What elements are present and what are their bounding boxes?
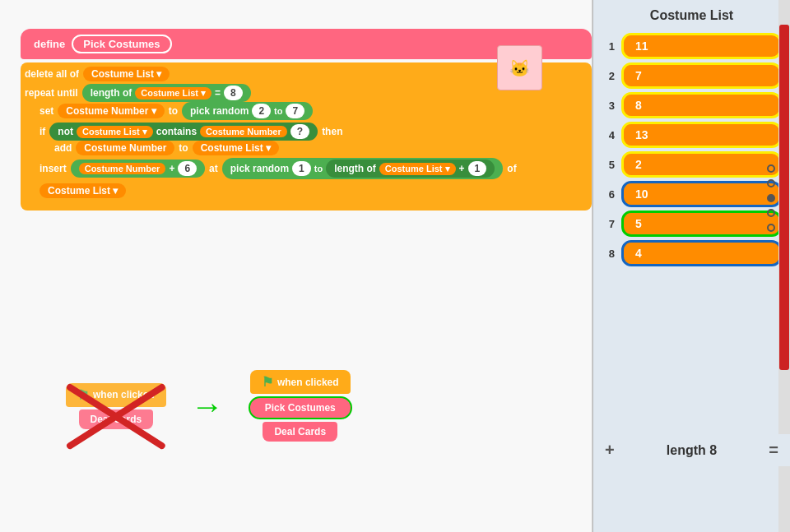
costume-num-3: 3	[602, 99, 615, 112]
costume-num-5: 5	[602, 159, 615, 171]
costume-num-1: 1	[602, 40, 615, 53]
costume-list-dropdown-2[interactable]: Costume List ▾	[135, 87, 211, 99]
pick-random-block[interactable]: pick random 2 to 7	[182, 102, 313, 120]
if-block: if not Costume List ▾ contains Costume N…	[40, 123, 588, 155]
insert-row: insert Costume Number + 6 at pick random	[40, 158, 588, 198]
pick-costumes-block[interactable]: Pick Costumes	[249, 396, 352, 419]
costume-num-6: 6	[602, 188, 615, 201]
costume-value-1[interactable]: 11	[621, 33, 782, 59]
set-row: set Costume Number ▾ to pick random 2 to…	[40, 102, 588, 120]
deal-cards-block-right: Deal Cards	[263, 422, 337, 442]
scrollbar-thumb[interactable]	[779, 25, 789, 370]
costume-item-3: 38	[602, 92, 782, 118]
sprite-thumbnail: 🐱	[497, 45, 542, 90]
costume-item-2: 27	[602, 62, 782, 89]
pick-random-2[interactable]: pick random 1 to length of Costume List …	[222, 158, 504, 179]
costume-value-7[interactable]: 5	[621, 210, 782, 237]
costume-value-5[interactable]: 2	[621, 151, 782, 178]
costume-list-dropdown-1[interactable]: Costume List ▾	[83, 67, 170, 81]
crossed-block: ⚑ when clicked Deal Cards	[66, 383, 166, 429]
costume-num-8: 8	[602, 247, 615, 260]
dot-2	[767, 179, 775, 187]
length-display: length 8	[621, 443, 763, 458]
costume-num-2: 2	[602, 70, 615, 82]
costume-value-4[interactable]: 13	[621, 122, 782, 148]
costume-value-2[interactable]: 7	[621, 62, 782, 89]
costume-item-6: 610	[602, 181, 782, 207]
add-item-button[interactable]: +	[605, 441, 615, 460]
deal-cards-block-crossed: Deal Cards	[79, 409, 154, 429]
not-contains-condition[interactable]: not Costume List ▾ contains Costume Numb…	[49, 123, 318, 141]
costume-list: 1112738413526107584	[593, 30, 790, 270]
costume-item-1: 111	[602, 33, 782, 59]
length-condition[interactable]: length of Costume List ▾ = 8	[82, 84, 251, 102]
bottom-section: ⚑ when clicked Deal Cards → ⚑ when click…	[66, 370, 352, 442]
costume-list-dropdown-4[interactable]: Costume List ▾	[193, 141, 279, 155]
flag-icon-crossed: ⚑	[77, 387, 89, 403]
costume-item-8: 84	[602, 240, 782, 266]
costume-list-dropdown-5[interactable]: Costume List ▾	[40, 183, 126, 198]
costume-item-4: 413	[602, 122, 782, 148]
dot-3	[767, 194, 775, 202]
costume-panel-title: Costume List	[593, 0, 790, 30]
custom-block-name[interactable]: Pick Costumes	[72, 35, 171, 53]
dots-area	[767, 164, 775, 232]
when-clicked-crossed: ⚑ when clicked	[66, 383, 166, 407]
costume-num-4: 4	[602, 129, 615, 141]
val-8[interactable]: 8	[224, 86, 243, 100]
costume-panel-bottom: + length 8 =	[593, 434, 790, 466]
costume-item-7: 75	[602, 210, 782, 237]
repeat-block: repeat until length of Costume List ▾ = …	[25, 84, 588, 206]
define-label: define	[34, 38, 65, 50]
if-body: add Costume Number to Costume List ▾	[54, 141, 588, 155]
canvas-area: define Pick Costumes delete all of Costu…	[0, 0, 592, 532]
when-clicked-label-right: when clicked	[277, 377, 339, 388]
dot-5	[767, 224, 775, 232]
insert-value[interactable]: Costume Number + 6	[71, 160, 205, 178]
costume-number-dropdown-2[interactable]: Costume Number	[200, 126, 287, 137]
costume-panel: Costume List 1112738413526107584 + lengt…	[592, 0, 790, 532]
right-block: ⚑ when clicked Pick Costumes Deal Cards	[249, 370, 352, 442]
repeat-body: set Costume Number ▾ to pick random 2 to…	[40, 102, 588, 198]
costume-number-add[interactable]: Costume Number	[76, 141, 174, 155]
dot-1	[767, 164, 775, 173]
dot-4	[767, 209, 775, 217]
when-clicked-label-crossed: when clicked	[93, 389, 155, 400]
equals-display: =	[769, 441, 778, 460]
delete-label: delete all of	[25, 68, 79, 80]
add-row: add Costume Number to Costume List ▾	[54, 141, 588, 155]
arrow-icon: →	[191, 390, 224, 423]
costume-value-3[interactable]: 8	[621, 92, 782, 118]
costume-value-8[interactable]: 4	[621, 240, 782, 266]
costume-item-5: 52	[602, 151, 782, 178]
repeat-label: repeat until	[25, 87, 78, 99]
flag-icon-right: ⚑	[262, 374, 273, 390]
length-plus-1[interactable]: length of Costume List ▾ + 1	[326, 160, 495, 178]
when-clicked-right: ⚑ when clicked	[250, 370, 351, 394]
costume-number-dropdown[interactable]: Costume Number ▾	[58, 104, 164, 118]
costume-list-dropdown-3[interactable]: Costume List ▾	[77, 126, 153, 138]
question-mark: ?	[290, 124, 309, 139]
costume-num-7: 7	[602, 218, 615, 230]
costume-value-6[interactable]: 10	[621, 181, 782, 207]
